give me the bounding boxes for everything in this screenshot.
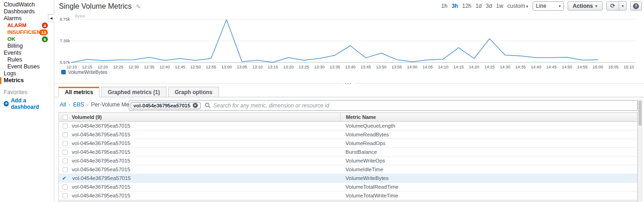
volume-id-cell: vol-0454e36795ea57015 [72, 140, 130, 146]
svg-text:14:35: 14:35 [515, 65, 526, 69]
help-button[interactable]: ? [630, 1, 642, 11]
refresh-icon: ⟳ [610, 2, 615, 10]
time-range-3d[interactable]: 3d [486, 3, 492, 9]
sidebar-collapse-handle[interactable]: ◀ [48, 14, 54, 22]
table-row[interactable]: vol-0454e36795ea57015VolumeWriteOps [59, 157, 637, 165]
row-checkbox[interactable] [63, 158, 68, 163]
filter-token-label: vol-0454e36795ea57015 [133, 103, 190, 108]
plus-icon: + [4, 101, 9, 107]
add-dashboard-link[interactable]: + Add a dashboard [0, 97, 54, 110]
search-icon [205, 102, 211, 108]
sidebar-item-cloudwatch[interactable]: CloudWatch [0, 1, 54, 8]
volume-id-cell: vol-0454e36795ea57015 [72, 149, 130, 155]
breadcrumb-all[interactable]: All [60, 101, 66, 108]
svg-text:13:15: 13:15 [268, 65, 278, 69]
actions-button[interactable]: Actions ▾ [568, 1, 603, 11]
svg-text:14:50: 14:50 [562, 65, 572, 69]
row-checkbox[interactable] [63, 141, 68, 146]
table-row[interactable]: vol-0454e36795ea57015VolumeTotalReadTime [59, 183, 637, 191]
chart-type-select[interactable]: Line ▾ [533, 1, 564, 11]
edit-title-icon[interactable]: ✎ [136, 3, 141, 10]
time-range-1w[interactable]: 1w [496, 3, 503, 9]
chart-type-value: Line [536, 3, 546, 9]
chart-legend[interactable]: VolumeWriteBytes [61, 69, 108, 75]
metrics-tabs: All metricsGraphed metrics (1)Graph opti… [58, 87, 219, 97]
metric-name-cell: VolumeIdleTime [340, 167, 637, 172]
breadcrumb-ebs[interactable]: EBS [73, 101, 84, 108]
row-checkbox[interactable] [63, 167, 68, 172]
sidebar-item-ok[interactable]: OK6 [0, 36, 54, 43]
metrics-line-chart[interactable]: 8.75k7.36k5.97kBytes12:1012:1512:2012:25… [55, 13, 642, 71]
svg-text:14:25: 14:25 [484, 65, 495, 69]
add-dashboard-label: Add a dashboard [11, 97, 54, 110]
svg-text:13:40: 13:40 [345, 65, 356, 69]
table-row[interactable]: vol-0454e36795ea57015VolumeReadOps [59, 139, 637, 148]
svg-text:14:05: 14:05 [422, 65, 433, 69]
time-range-3h[interactable]: 3h [452, 3, 458, 9]
svg-text:12:30: 12:30 [128, 65, 139, 69]
panel-resize-handle[interactable]: ••• [342, 82, 355, 86]
row-checkbox[interactable] [63, 193, 68, 198]
time-range-12h[interactable]: 12h [462, 3, 472, 9]
scrollbar-thumb[interactable] [638, 101, 642, 126]
search-placeholder: Search for any metric, dimension or reso… [213, 102, 329, 109]
legend-color-swatch [61, 70, 66, 74]
sidebar-item-dashboards[interactable]: Dashboards [0, 8, 54, 15]
sidebar-item-alarms[interactable]: Alarms [0, 15, 54, 22]
table-row[interactable]: ✔vol-0454e36795ea57015VolumeWriteBytes [59, 174, 637, 183]
metric-name-column-header: Metric Name [340, 113, 637, 122]
svg-text:13:00: 13:00 [221, 65, 232, 69]
table-row[interactable]: vol-0454e36795ea57015VolumeReadBytes [59, 130, 637, 139]
row-checkbox[interactable] [63, 132, 68, 137]
refresh-options-button[interactable]: ▾ [619, 1, 627, 11]
table-row[interactable]: vol-0454e36795ea57015VolumeTotalWriteTim… [59, 191, 637, 200]
panel-scrollbar[interactable] [638, 99, 643, 202]
metric-name-cell: VolumeWriteOps [340, 158, 637, 163]
sidebar-item-billing[interactable]: Billing [0, 43, 54, 50]
tab-graph-options[interactable]: Graph options [168, 87, 219, 97]
table-next-row-clip [59, 200, 637, 202]
filter-token[interactable]: vol-0454e36795ea57015 ✕ [131, 102, 201, 109]
table-header-row: VolumeId (9) Metric Name [59, 113, 637, 122]
volumeid-column-header: VolumeId (9) [72, 114, 102, 120]
row-checkbox-checked[interactable]: ✔ [62, 176, 68, 181]
svg-text:12:25: 12:25 [113, 65, 124, 69]
row-checkbox[interactable] [63, 150, 68, 155]
sidebar-item-event-buses[interactable]: Event Buses [0, 63, 54, 70]
table-row[interactable]: vol-0454e36795ea57015VolumeIdleTime [59, 165, 637, 174]
tab-all-metrics[interactable]: All metrics [58, 87, 99, 97]
svg-text:5.97k: 5.97k [60, 60, 70, 65]
sidebar-item-events[interactable]: Events [0, 50, 54, 56]
alarm-count-badge: 4 [42, 22, 48, 28]
row-checkbox[interactable] [63, 123, 68, 129]
svg-text:12:40: 12:40 [160, 65, 170, 69]
time-range-1h[interactable]: 1h [441, 3, 447, 9]
tab-graphed-metrics-1-[interactable]: Graphed metrics (1) [101, 87, 166, 97]
breadcrumb: All›EBS›Per-Volume Metrics [60, 101, 139, 108]
sidebar-item-insufficient[interactable]: INSUFFICIENT13 [0, 29, 54, 36]
svg-text:14:55: 14:55 [577, 65, 588, 69]
table-row[interactable]: vol-0454e36795ea57015BurstBalance [59, 148, 637, 157]
sidebar-item-alarm[interactable]: ALARM4 [0, 22, 54, 29]
sidebar-item-logs[interactable]: Logs [0, 70, 54, 77]
row-checkbox[interactable] [63, 185, 68, 190]
table-row[interactable]: vol-0454e36795ea57015VolumeQueueLength [59, 122, 637, 130]
svg-text:12:10: 12:10 [67, 65, 77, 69]
refresh-button[interactable]: ⟳ [606, 1, 620, 11]
select-all-checkbox[interactable] [63, 115, 68, 120]
time-range-custom[interactable]: custom▾ [507, 3, 528, 9]
svg-text:15:05: 15:05 [608, 65, 619, 69]
volume-id-cell: vol-0454e36795ea57015 [72, 184, 130, 190]
svg-text:12:50: 12:50 [190, 65, 201, 69]
remove-filter-icon[interactable]: ✕ [193, 103, 198, 108]
metric-search-input[interactable]: vol-0454e36795ea57015 ✕ Search for any m… [129, 100, 638, 111]
sidebar-item-rules[interactable]: Rules [0, 56, 54, 63]
time-range-1d[interactable]: 1d [476, 3, 482, 9]
svg-text:14:45: 14:45 [546, 65, 557, 69]
chevron-down-icon: ▾ [595, 4, 598, 8]
sidebar-item-metrics[interactable]: Metrics [0, 77, 54, 84]
metric-name-cell: VolumeTotalWriteTime [340, 193, 637, 198]
svg-text:13:25: 13:25 [299, 65, 309, 69]
graph-controls: 1h3h12h1d3d1wcustom▾ Line ▾ Actions ▾ ⟳ … [441, 1, 642, 11]
svg-text:13:05: 13:05 [237, 65, 247, 69]
